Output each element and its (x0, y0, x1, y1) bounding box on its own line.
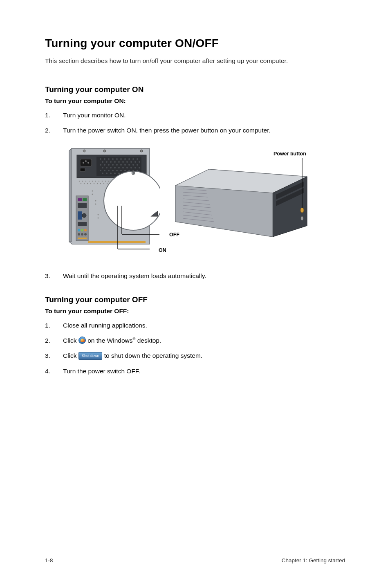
svg-point-15 (102, 161, 103, 163)
svg-point-84 (94, 183, 94, 184)
svg-point-47 (108, 170, 110, 171)
list-item: 2. Click on the Windows® desktop. (45, 336, 345, 345)
svg-rect-103 (78, 238, 87, 239)
svg-point-58 (114, 173, 116, 174)
svg-point-78 (105, 180, 106, 181)
svg-point-7 (108, 158, 110, 160)
svg-point-28 (112, 164, 114, 166)
svg-point-111 (104, 171, 160, 230)
svg-point-85 (97, 183, 98, 184)
svg-point-45 (100, 170, 101, 171)
svg-point-0 (83, 150, 85, 152)
text-fragment: desktop. (135, 337, 161, 344)
list-number: 2. (45, 126, 63, 135)
svg-point-2 (140, 150, 143, 152)
switch-on-label: ON (159, 247, 166, 253)
svg-point-77 (102, 180, 103, 181)
svg-point-31 (124, 164, 126, 166)
svg-point-102 (84, 233, 87, 236)
svg-point-74 (92, 180, 93, 181)
page-title: Turning your computer ON/OFF (45, 37, 345, 50)
diagram-container: – o OFF ON (68, 148, 345, 255)
svg-point-33 (132, 164, 134, 166)
svg-point-70 (79, 180, 80, 181)
rear-panel-diagram: – o OFF ON (68, 148, 160, 255)
svg-point-35 (102, 167, 103, 168)
intro-paragraph: This section describes how to turn on/of… (45, 57, 345, 65)
svg-point-75 (95, 180, 96, 181)
svg-point-40 (122, 167, 124, 168)
svg-point-14 (137, 158, 138, 160)
list-text: Turn the power switch ON, then press the… (63, 126, 345, 135)
text-fragment: on the Windows (86, 337, 133, 344)
svg-point-8 (112, 158, 114, 160)
list-number: 2. (45, 336, 63, 345)
svg-rect-93 (78, 203, 87, 208)
svg-point-83 (90, 183, 91, 184)
svg-point-98 (81, 229, 83, 231)
list-text: Turn the power switch OFF. (63, 366, 345, 376)
svg-point-57 (110, 173, 112, 174)
svg-point-110 (98, 217, 99, 218)
svg-point-56 (106, 173, 108, 174)
svg-point-100 (78, 233, 80, 236)
svg-point-12 (128, 158, 130, 160)
svg-point-49 (116, 170, 118, 171)
list-number: 1. (45, 110, 63, 120)
svg-point-95 (82, 213, 86, 218)
svg-point-50 (120, 170, 122, 171)
svg-point-59 (118, 173, 120, 174)
svg-point-76 (99, 180, 99, 181)
list-item: 3. Click Shut down to shut down the oper… (45, 351, 345, 360)
svg-point-183 (300, 208, 304, 213)
svg-rect-92 (83, 198, 87, 201)
shutdown-button-graphic: Shut down (78, 352, 103, 360)
computer-rear-illustration: – o (68, 148, 160, 255)
section-on-heading: Turning your computer ON (45, 85, 345, 94)
svg-point-71 (82, 180, 83, 181)
list-item: 1. Close all running applications. (45, 321, 345, 330)
svg-point-25 (100, 164, 101, 166)
list-text: Click Shut down to shut down the operati… (63, 351, 345, 360)
svg-point-22 (130, 161, 132, 163)
page-footer: 1-8 Chapter 1: Getting started (45, 553, 345, 563)
svg-point-51 (124, 170, 126, 171)
svg-point-29 (116, 164, 118, 166)
svg-point-30 (120, 164, 122, 166)
svg-point-68 (87, 162, 89, 164)
svg-point-67 (85, 160, 87, 162)
page-number: 1-8 (45, 557, 53, 563)
text-fragment: Click (63, 352, 78, 359)
svg-point-107 (95, 200, 96, 201)
svg-point-48 (112, 170, 114, 171)
svg-rect-104 (88, 241, 146, 243)
svg-point-38 (114, 167, 116, 168)
svg-point-42 (130, 167, 132, 168)
svg-point-108 (95, 203, 96, 204)
svg-point-101 (81, 233, 83, 236)
svg-point-27 (108, 164, 110, 166)
svg-point-43 (134, 167, 136, 168)
svg-point-11 (124, 158, 126, 160)
list-item: 3. Wait until the operating system loads… (45, 271, 345, 281)
list-text: Click on the Windows® desktop. (63, 336, 345, 345)
list-item: 2. Turn the power switch ON, then press … (45, 126, 345, 135)
svg-point-109 (98, 214, 99, 215)
front-panel-diagram: Power button (172, 153, 311, 240)
svg-point-10 (120, 158, 122, 160)
windows-start-icon (78, 337, 86, 344)
svg-rect-94 (78, 211, 82, 220)
svg-rect-96 (78, 222, 87, 226)
svg-point-99 (84, 229, 87, 231)
text-fragment: Click (63, 337, 78, 344)
list-number: 3. (45, 271, 63, 281)
list-item: 1. Turn your monitor ON. (45, 110, 345, 120)
svg-point-46 (104, 170, 105, 171)
svg-point-37 (110, 167, 112, 168)
svg-point-18 (114, 161, 116, 163)
svg-point-86 (100, 183, 101, 184)
svg-point-73 (89, 180, 90, 181)
list-text: Wait until the operating system loads au… (63, 271, 345, 281)
svg-point-52 (128, 170, 130, 171)
list-number: 1. (45, 321, 63, 330)
